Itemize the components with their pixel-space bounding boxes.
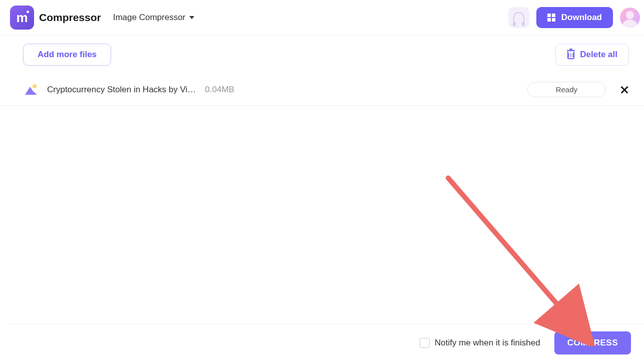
delete-all-button[interactable]: Delete all bbox=[555, 44, 629, 66]
add-files-button[interactable]: Add more files bbox=[23, 44, 111, 66]
status-badge: Ready bbox=[527, 82, 606, 97]
app-header: m Compressor Image Compressor Download bbox=[0, 0, 644, 36]
notify-checkbox[interactable] bbox=[420, 338, 430, 348]
delete-label: Delete all bbox=[580, 50, 617, 60]
svg-point-0 bbox=[33, 84, 37, 88]
footer-bar: Notify me when it is finished COMPRESS bbox=[8, 324, 644, 361]
notify-group: Notify me when it is finished bbox=[420, 338, 540, 348]
download-button[interactable]: Download bbox=[536, 7, 613, 28]
download-label: Download bbox=[561, 13, 602, 23]
app-logo: m bbox=[10, 6, 34, 30]
header-left: m Compressor Image Compressor bbox=[10, 6, 194, 30]
file-toolbar: Add more files Delete all bbox=[0, 36, 644, 74]
user-avatar[interactable] bbox=[620, 8, 640, 28]
header-right: Download bbox=[508, 7, 634, 28]
trash-icon bbox=[567, 50, 575, 59]
file-row-right: Ready bbox=[527, 82, 629, 97]
remove-file-button[interactable] bbox=[620, 85, 629, 94]
svg-line-1 bbox=[448, 178, 576, 326]
notify-label: Notify me when it is finished bbox=[435, 338, 540, 348]
compress-button[interactable]: COMPRESS bbox=[554, 331, 631, 354]
mode-label: Image Compressor bbox=[113, 13, 186, 23]
file-size: 0.04MB bbox=[205, 85, 234, 95]
app-title: Compressor bbox=[39, 12, 101, 24]
headphone-icon bbox=[513, 12, 524, 23]
mode-dropdown[interactable]: Image Compressor bbox=[113, 13, 195, 23]
image-file-icon bbox=[24, 84, 38, 96]
file-name: Cryptocurrency Stolen in Hacks by Vi… bbox=[47, 85, 196, 95]
file-row: Cryptocurrency Stolen in Hacks by Vi… 0.… bbox=[0, 74, 644, 106]
chevron-down-icon bbox=[189, 16, 194, 19]
windows-icon bbox=[547, 14, 555, 22]
support-button[interactable] bbox=[508, 7, 529, 28]
annotation-arrow bbox=[441, 175, 601, 346]
